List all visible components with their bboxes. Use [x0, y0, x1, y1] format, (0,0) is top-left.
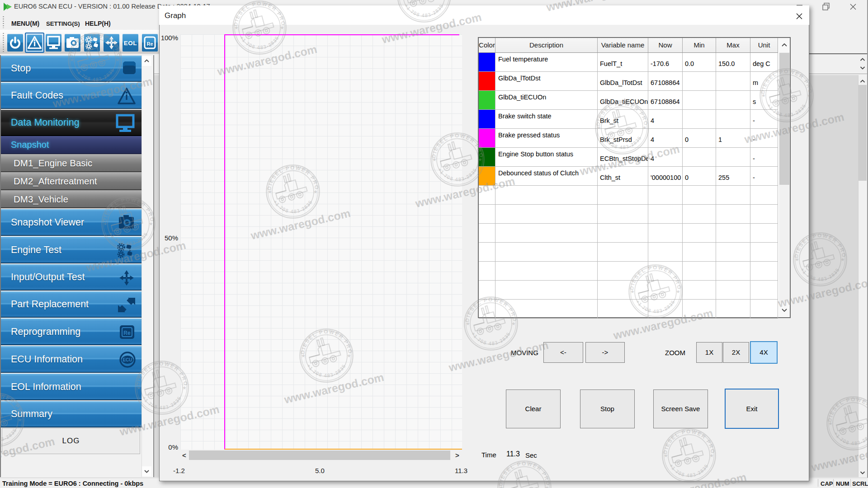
svg-text:Re: Re — [146, 41, 153, 47]
svg-text:Re: Re — [123, 330, 131, 336]
svg-text:EOL: EOL — [124, 40, 137, 47]
svg-text:ECU: ECU — [123, 357, 132, 362]
